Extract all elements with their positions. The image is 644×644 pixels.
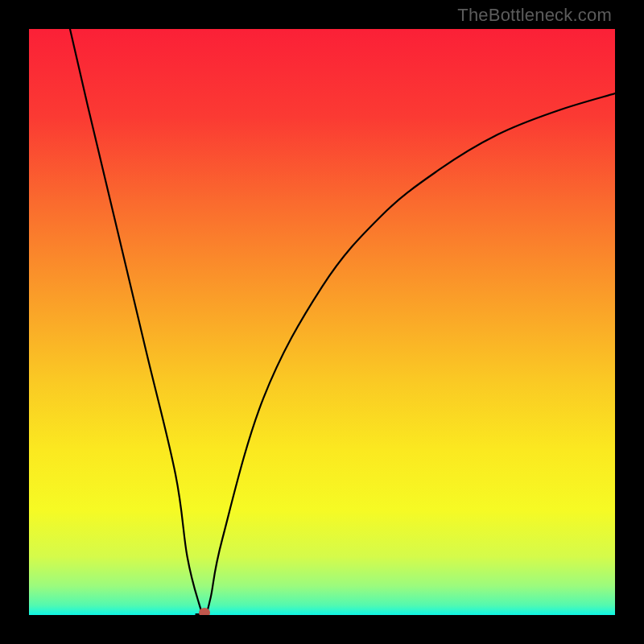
bottleneck-curve [29,29,615,615]
chart-plot-area [29,29,615,615]
watermark-text: TheBottleneck.com [457,5,612,26]
optimum-marker [199,608,210,615]
